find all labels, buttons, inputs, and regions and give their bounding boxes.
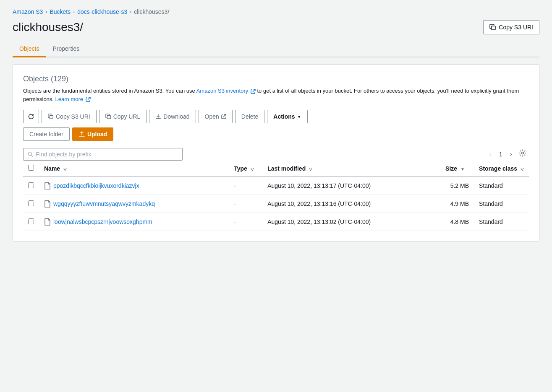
tab-objects[interactable]: Objects <box>13 41 46 57</box>
objects-heading: Objects (129) <box>23 75 529 83</box>
header-copy-s3-uri-button[interactable]: Copy S3 URI <box>483 20 539 34</box>
row-checkbox-0[interactable] <box>28 182 34 188</box>
select-all-checkbox[interactable] <box>28 165 34 171</box>
svg-rect-1 <box>50 115 53 119</box>
select-all-header[interactable] <box>23 161 39 177</box>
row-storage-1: Standard <box>474 195 529 213</box>
row-size-0: 5.2 MB <box>440 177 474 195</box>
copy-url-button[interactable]: Copy URL <box>99 110 147 123</box>
file-link-2[interactable]: loowjnalwsbcpcpszrnjvoowsoxghpmm <box>44 218 224 226</box>
objects-description: Objects are the fundamental entities sto… <box>23 87 529 103</box>
svg-point-4 <box>522 152 524 154</box>
row-checkbox-cell-0[interactable] <box>23 177 39 195</box>
col-header-type[interactable]: Type ▽ <box>229 161 262 177</box>
breadcrumb-sep-2: › <box>73 9 75 15</box>
upload-label: Upload <box>87 131 107 138</box>
file-icon-1 <box>44 200 51 208</box>
row-name-0: ppozdlkbqccfkbioijkvuxordkiazvjx <box>39 177 229 195</box>
actions-button[interactable]: Actions ▼ <box>267 110 307 123</box>
row-type-2: - <box>229 213 262 231</box>
name-sort-icon: ▽ <box>63 167 67 171</box>
next-page-button[interactable]: › <box>508 149 515 160</box>
content-card: Objects (129) Objects are the fundamenta… <box>13 64 539 241</box>
page-header: clickhouses3/ Copy S3 URI <box>13 20 539 34</box>
learn-more-link[interactable]: Learn more <box>55 96 83 102</box>
table-row: ppozdlkbqccfkbioijkvuxordkiazvjx - Augus… <box>23 177 529 195</box>
breadcrumb-amazon-s3[interactable]: Amazon S3 <box>13 8 43 15</box>
row-checkbox-cell-2[interactable] <box>23 213 39 231</box>
upload-icon <box>78 131 85 138</box>
row-type-1: - <box>229 195 262 213</box>
tabs-container: Objects Properties <box>13 41 539 57</box>
col-header-storage[interactable]: Storage class ▽ <box>474 161 529 177</box>
create-folder-label: Create folder <box>29 131 63 138</box>
row-size-2: 4.8 MB <box>440 213 474 231</box>
learn-more-external-icon <box>86 97 91 102</box>
actions-label: Actions <box>273 113 295 120</box>
breadcrumb-bucket-name[interactable]: docs-clickhouse-s3 <box>77 8 127 15</box>
col-header-size[interactable]: Size ▼ <box>440 161 474 177</box>
toolbar-row2: Create folder Upload <box>23 127 529 141</box>
row-storage-0: Standard <box>474 177 529 195</box>
file-icon-0 <box>44 182 51 190</box>
row-modified-0: August 10, 2022, 13:13:17 (UTC-04:00) <box>262 177 440 195</box>
delete-button[interactable]: Delete <box>235 110 264 123</box>
row-modified-2: August 10, 2022, 13:13:02 (UTC-04:00) <box>262 213 440 231</box>
file-link-1[interactable]: wgqqyyyzftuwvmnutsyaqwvyzmkadykq <box>44 200 224 208</box>
row-type-0: - <box>229 177 262 195</box>
header-copy-s3-uri-label: Copy S3 URI <box>499 24 533 31</box>
prev-page-button[interactable]: ‹ <box>487 149 494 160</box>
copy-url-icon <box>105 114 111 119</box>
table-row: loowjnalwsbcpcpszrnjvoowsoxghpmm - Augus… <box>23 213 529 231</box>
upload-button[interactable]: Upload <box>72 127 113 141</box>
tab-properties[interactable]: Properties <box>46 41 86 57</box>
copy-icon <box>489 24 496 31</box>
breadcrumb-sep-3: › <box>130 9 131 15</box>
refresh-button[interactable] <box>23 110 39 123</box>
svg-rect-2 <box>107 115 110 119</box>
download-icon <box>155 114 161 119</box>
breadcrumb-sep-1: › <box>45 9 47 15</box>
copy-url-label: Copy URL <box>113 113 141 120</box>
breadcrumb: Amazon S3 › Buckets › docs-clickhouse-s3… <box>13 8 539 15</box>
modified-sort-icon: ▽ <box>309 167 312 171</box>
open-label: Open <box>205 113 219 120</box>
table-header-row: Name ▽ Type ▽ Last modified ▽ Size ▼ <box>23 161 529 177</box>
col-header-modified[interactable]: Last modified ▽ <box>262 161 440 177</box>
breadcrumb-current: clickhouses3/ <box>134 8 169 15</box>
row-name-1: wgqqyyyzftuwvmnutsyaqwvyzmkadykq <box>39 195 229 213</box>
search-input[interactable] <box>36 151 178 158</box>
open-external-icon <box>221 114 226 119</box>
file-link-0[interactable]: ppozdlkbqccfkbioijkvuxordkiazvjx <box>44 182 224 190</box>
size-sort-icon: ▼ <box>460 167 465 171</box>
row-name-2: loowjnalwsbcpcpszrnjvoowsoxghpmm <box>39 213 229 231</box>
toolbar-row1: Copy S3 URI Copy URL Download Open Delet… <box>23 110 529 123</box>
search-box[interactable] <box>23 148 183 161</box>
row-checkbox-cell-1[interactable] <box>23 195 39 213</box>
row-checkbox-2[interactable] <box>28 218 34 224</box>
actions-chevron-icon: ▼ <box>297 114 301 119</box>
external-link-icon <box>251 89 256 94</box>
copy-s3-uri-icon <box>48 114 54 119</box>
open-button[interactable]: Open <box>199 110 233 123</box>
page-title: clickhouses3/ <box>13 21 83 34</box>
s3-inventory-link[interactable]: Amazon S3 inventory <box>196 88 249 94</box>
table-settings-button[interactable] <box>516 148 529 161</box>
current-page: 1 <box>496 149 506 159</box>
search-pagination-row: ‹ 1 › <box>23 148 529 161</box>
breadcrumb-buckets[interactable]: Buckets <box>50 8 71 15</box>
download-button[interactable]: Download <box>149 110 196 123</box>
storage-sort-icon: ▽ <box>521 167 524 171</box>
row-checkbox-1[interactable] <box>28 200 34 206</box>
row-size-1: 4.9 MB <box>440 195 474 213</box>
refresh-icon <box>28 113 34 120</box>
create-folder-button[interactable]: Create folder <box>23 127 70 141</box>
search-icon <box>28 151 33 157</box>
objects-table: Name ▽ Type ▽ Last modified ▽ Size ▼ <box>23 161 529 231</box>
settings-icon <box>519 149 526 157</box>
copy-s3-uri-button[interactable]: Copy S3 URI <box>42 110 97 123</box>
type-sort-icon: ▽ <box>251 167 254 171</box>
delete-label: Delete <box>241 113 258 120</box>
col-header-name[interactable]: Name ▽ <box>39 161 229 177</box>
svg-rect-0 <box>492 26 495 30</box>
